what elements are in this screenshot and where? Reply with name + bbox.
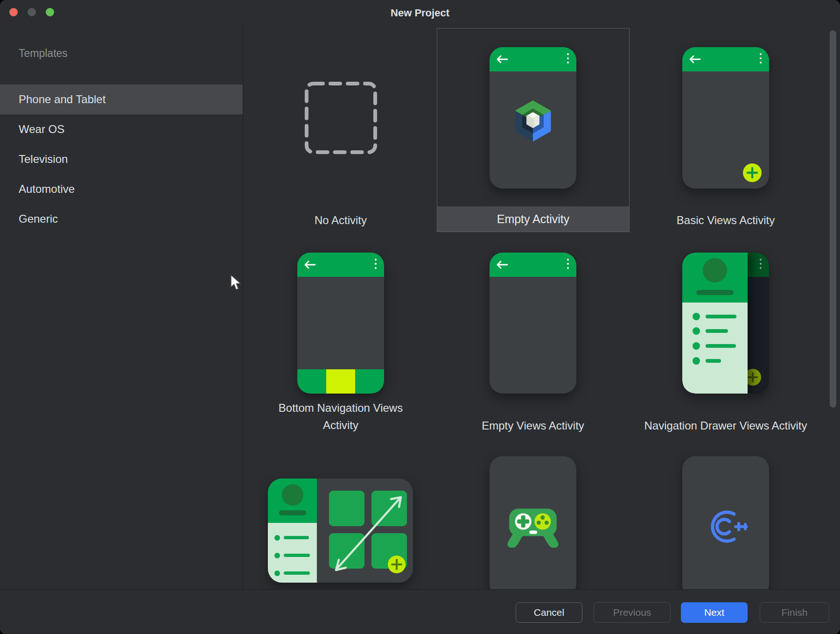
mockup-appbar [682,47,769,71]
selected-card-label: Empty Activity [437,206,629,232]
avatar [703,258,727,282]
navigation-drawer-panel [682,253,748,394]
active-nav-segment [326,369,355,394]
previous-button[interactable]: Previous [594,602,671,623]
card-game-activity[interactable] [490,456,576,598]
card-responsive-views-activity[interactable] [268,479,413,583]
mockup-appbar [297,253,384,277]
next-button[interactable]: Next [681,602,748,623]
cancel-button[interactable]: Cancel [516,602,582,623]
bottom-nav-phone-mockup [297,253,384,394]
sidebar-item-television[interactable]: Television [0,144,243,174]
empty-activity-phone-mockup [490,47,576,189]
card-native-cpp[interactable] [682,456,769,598]
kebab-menu-icon [760,53,762,66]
dialog-title: New Project [0,0,840,26]
sidebar-item-phone-and-tablet[interactable]: Phone and Tablet [0,85,243,114]
empty-views-phone-mockup [490,253,576,394]
mockup-appbar [490,47,576,71]
drawer-name-bar [696,290,734,295]
new-project-dialog: New Project Templates Phone and Tablet W… [0,0,840,634]
sidebar-item-wear-os[interactable]: Wear OS [0,114,243,144]
card-label: Empty Views Activity [463,417,603,434]
sidebar-item-generic[interactable]: Generic [0,204,243,234]
screen: New Project Templates Phone and Tablet W… [0,0,840,634]
card-label: Navigation Drawer Views Activity [628,417,824,434]
dialog-footer: Cancel Previous Next Finish [0,589,840,634]
cpp-logo-icon [705,508,748,545]
drawer-header [682,253,748,303]
mouse-cursor [230,275,243,291]
card-label: No Activity [271,211,411,229]
kebab-menu-icon [375,259,377,271]
back-arrow-icon [496,261,508,269]
back-arrow-icon [689,55,701,63]
mockup-appbar [490,253,576,277]
finish-button[interactable]: Finish [760,602,829,623]
game-controller-icon [504,507,562,548]
kebab-menu-icon [760,259,762,271]
titlebar: New Project [0,0,840,26]
basic-views-phone-mockup [682,47,769,189]
nav-drawer-phone-mockup [682,253,769,394]
fab-plus-icon [388,556,406,573]
sidebar-item-automotive[interactable]: Automotive [0,174,243,204]
jetpack-compose-logo [511,99,555,148]
bottom-navigation-bar [297,369,384,394]
no-activity-dashed-icon [304,81,378,155]
sidebar-divider [243,26,243,590]
card-label: Bottom Navigation Views Activity [271,399,411,434]
back-arrow-icon [304,261,316,269]
back-arrow-icon [496,55,508,63]
kebab-menu-icon [567,53,569,66]
vertical-scrollbar-thumb[interactable] [830,30,836,408]
drawer-menu [682,303,748,394]
card-label: Basic Views Activity [656,211,796,229]
fab-plus-icon [743,163,762,182]
templates-header: Templates [19,47,68,60]
kebab-menu-icon [567,259,569,271]
